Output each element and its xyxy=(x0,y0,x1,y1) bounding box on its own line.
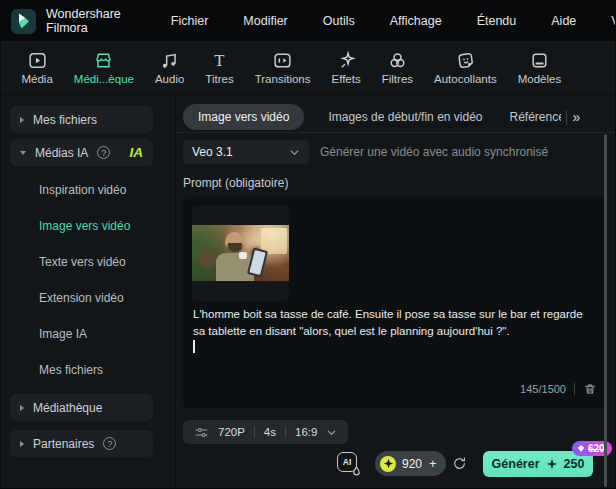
help-icon[interactable]: ? xyxy=(97,146,110,159)
chevron-right-icon xyxy=(20,405,24,411)
vertical-scrollbar[interactable] xyxy=(604,134,607,487)
divider xyxy=(566,110,567,125)
divider xyxy=(254,426,255,438)
generate-label: Générer xyxy=(492,457,540,471)
menu-fichier[interactable]: Fichier xyxy=(171,14,209,28)
sparkle-icon xyxy=(546,458,558,470)
chevron-down-icon xyxy=(326,427,337,438)
prompt-textarea[interactable]: L'homme boit sa tasse de café. Ensuite i… xyxy=(193,306,594,339)
tab-titres[interactable]: T Titres xyxy=(195,50,244,85)
reference-image-tile[interactable] xyxy=(192,205,289,301)
tab-transitions[interactable]: Transitions xyxy=(244,50,321,85)
sidebar-item-image-ia[interactable]: Image IA xyxy=(1,316,175,352)
chevron-right-icon xyxy=(20,441,24,447)
tab-modeles[interactable]: Modèles xyxy=(507,50,571,85)
gem-icon xyxy=(577,444,585,453)
sidebar-item-texte-vers-video[interactable]: Texte vers vidéo xyxy=(1,244,175,280)
modeles-icon xyxy=(529,50,550,71)
sidebar-group-mediatheque[interactable]: Médiathèque xyxy=(10,394,153,421)
prompt-panel[interactable]: L'homme boit sa tasse de café. Ensuite i… xyxy=(182,196,607,408)
svg-text:T: T xyxy=(214,51,224,70)
autocollants-icon xyxy=(455,50,476,71)
refresh-button[interactable] xyxy=(449,453,469,473)
filmora-window: Wondershare Filmora Fichier Modifier Out… xyxy=(0,0,616,489)
trash-icon[interactable] xyxy=(583,382,597,396)
menubar: Fichier Modifier Outils Affichage Étendu… xyxy=(171,14,616,28)
divider xyxy=(285,426,286,438)
sidebar-item-image-vers-video[interactable]: Image vers vidéo xyxy=(1,208,175,244)
sliders-icon xyxy=(194,425,209,440)
generation-settings[interactable]: 720P 4s 16:9 xyxy=(183,420,348,444)
tabs-overflow-icon[interactable]: » xyxy=(573,109,581,125)
credits-balance: 920 xyxy=(402,457,422,471)
audio-icon xyxy=(159,50,180,71)
menu-aide[interactable]: Aide xyxy=(551,14,576,28)
mediatheque-icon xyxy=(93,50,114,71)
menu-etendu[interactable]: Étendu xyxy=(477,14,517,28)
filmora-logo-icon xyxy=(11,9,36,34)
prompt-label: Prompt (obligatoire) xyxy=(183,176,288,190)
tab-reference[interactable]: Référence ve xyxy=(510,110,561,124)
coin-icon xyxy=(380,456,396,472)
chevron-down-icon xyxy=(289,147,300,158)
model-select[interactable]: Veo 3.1 xyxy=(183,140,309,164)
tab-image-vers-video[interactable]: Image vers vidéo xyxy=(183,104,304,130)
menu-outils[interactable]: Outils xyxy=(323,14,355,28)
sidebar-group-medias-ia[interactable]: Médias IA ? IA xyxy=(10,139,153,166)
tab-media[interactable]: Média xyxy=(11,50,63,85)
cafe-thumbnail-image xyxy=(192,225,289,281)
tab-effets[interactable]: Effets xyxy=(321,50,371,85)
transitions-icon xyxy=(272,50,293,71)
model-select-value: Veo 3.1 xyxy=(192,145,233,159)
sidebar-item-mes-fichiers[interactable]: Mes fichiers xyxy=(1,352,175,388)
divider xyxy=(176,132,615,133)
prompt-footer: 145/1500 xyxy=(520,382,597,396)
ai-translate-button[interactable]: AI xyxy=(336,451,361,476)
ia-badge: IA xyxy=(130,145,144,160)
tab-images-debut-fin[interactable]: Images de début/fin en vidéo xyxy=(328,110,482,124)
model-row: Veo 3.1 Générer une vidéo avec audio syn… xyxy=(183,140,607,164)
sidebar-group-mes-fichiers[interactable]: Mes fichiers xyxy=(10,106,153,133)
sidebar: Mes fichiers Médias IA ? IA Inspiration … xyxy=(1,95,176,488)
tab-filtres[interactable]: Filtres xyxy=(371,50,423,85)
sidebar-group-partenaires[interactable]: Partenaires ? xyxy=(10,430,153,457)
aspect-ratio-value: 16:9 xyxy=(295,426,317,438)
help-icon[interactable]: ? xyxy=(103,437,116,450)
tab-mediatheque[interactable]: Médi...èque xyxy=(63,50,144,85)
media-icon xyxy=(27,50,48,71)
text-caret xyxy=(193,340,195,353)
ink-drop-icon xyxy=(352,466,361,476)
tab-audio[interactable]: Audio xyxy=(144,50,194,85)
chevron-down-icon xyxy=(20,151,26,155)
sidebar-item-inspiration-video[interactable]: Inspiration vidéo xyxy=(1,172,175,208)
thumbnail-detail xyxy=(239,252,247,259)
char-counter: 145/1500 xyxy=(520,383,566,395)
menu-version[interactable]: Version xyxy=(611,14,616,28)
menu-affichage[interactable]: Affichage xyxy=(390,14,442,28)
add-credits-icon[interactable]: + xyxy=(429,456,437,471)
content-tabs: Image vers vidéo Images de début/fin en … xyxy=(183,103,609,131)
effets-icon xyxy=(336,50,357,71)
generate-cost: 250 xyxy=(564,457,585,471)
refresh-icon xyxy=(452,456,467,471)
tab-autocollants[interactable]: Autocollants xyxy=(424,50,508,85)
menu-modifier[interactable]: Modifier xyxy=(243,14,287,28)
filtres-icon xyxy=(387,50,408,71)
titres-icon: T xyxy=(209,50,230,71)
model-hint: Générer une vidéo avec audio synchronisé xyxy=(320,145,548,159)
toolbar: Média Médi...èque Audio T Titres Transit… xyxy=(1,41,615,95)
resolution-value: 720P xyxy=(218,426,245,438)
divider xyxy=(574,383,575,395)
thumbnail-detail xyxy=(199,249,215,269)
app-title: Wondershare Filmora xyxy=(46,7,121,35)
chevron-right-icon xyxy=(20,117,24,123)
duration-value: 4s xyxy=(264,426,276,438)
credits-balance-pill[interactable]: 920 + xyxy=(375,451,446,476)
old-cost: 620 xyxy=(588,443,605,454)
sidebar-item-extension-video[interactable]: Extension vidéo xyxy=(1,280,175,316)
title-bar: Wondershare Filmora Fichier Modifier Out… xyxy=(1,1,615,41)
main-panel: Image vers vidéo Images de début/fin en … xyxy=(176,95,615,488)
